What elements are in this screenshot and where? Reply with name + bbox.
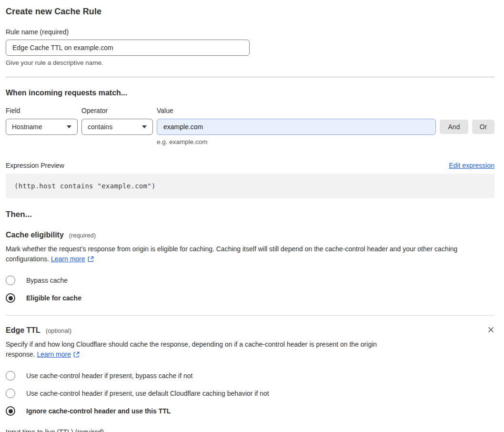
edge-ttl-description: Specify if and how long Cloudflare shoul… bbox=[6, 339, 402, 360]
matcher-heading: When incoming requests match... bbox=[6, 89, 494, 97]
radio-option-use-header-bypass[interactable]: Use cache-control header if present, byp… bbox=[6, 371, 494, 381]
radio-option-ignore-header-ttl[interactable]: Ignore cache-control header and use this… bbox=[6, 406, 494, 416]
expression-preview-row: Expression Preview Edit expression bbox=[6, 162, 494, 169]
chevron-down-icon bbox=[142, 125, 147, 128]
then-heading: Then... bbox=[6, 210, 494, 219]
radio-option-use-header-default[interactable]: Use cache-control header if present, use… bbox=[6, 389, 494, 398]
radio-icon[interactable] bbox=[6, 389, 15, 398]
value-helper: e.g. example.com bbox=[157, 138, 436, 145]
divider bbox=[6, 77, 494, 77]
radio-icon[interactable] bbox=[6, 371, 15, 381]
radio-label: Use cache-control header if present, use… bbox=[26, 390, 269, 397]
close-icon[interactable] bbox=[487, 326, 494, 334]
operator-label: Operator bbox=[81, 107, 153, 114]
edit-expression-link[interactable]: Edit expression bbox=[449, 162, 494, 169]
operator-select-value: contains bbox=[88, 123, 112, 131]
or-button[interactable]: Or bbox=[472, 120, 494, 134]
page-title: Create new Cache Rule bbox=[6, 7, 494, 17]
value-label: Value bbox=[157, 107, 436, 114]
and-button[interactable]: And bbox=[440, 120, 468, 134]
field-select[interactable]: Hostname bbox=[6, 119, 78, 135]
radio-selected-icon[interactable] bbox=[6, 406, 15, 416]
create-cache-rule-form: Create new Cache Rule Rule name (require… bbox=[6, 7, 494, 432]
expression-preview-label: Expression Preview bbox=[6, 162, 64, 169]
rule-name-helper: Give your rule a descriptive name. bbox=[6, 59, 494, 66]
radio-label: Bypass cache bbox=[26, 277, 68, 284]
radio-option-bypass-cache[interactable]: Bypass cache bbox=[6, 276, 494, 285]
external-link-icon bbox=[73, 350, 80, 360]
radio-icon[interactable] bbox=[6, 276, 15, 285]
learn-more-link[interactable]: Learn more bbox=[51, 255, 85, 263]
edge-ttl-section: Edge TTL (optional) Specify if and how l… bbox=[6, 326, 494, 432]
chevron-down-icon bbox=[67, 125, 71, 128]
cache-eligibility-heading: Cache eligibility bbox=[6, 231, 64, 239]
operator-select[interactable]: contains bbox=[81, 119, 153, 135]
ttl-label: Input time-to-live (TTL) (required) bbox=[6, 428, 494, 432]
radio-option-eligible-for-cache[interactable]: Eligible for cache bbox=[6, 293, 494, 303]
learn-more-link[interactable]: Learn more bbox=[37, 350, 71, 358]
optional-badge: (optional) bbox=[46, 327, 71, 334]
radio-selected-icon[interactable] bbox=[6, 293, 15, 303]
required-badge: (required) bbox=[69, 232, 96, 239]
value-input[interactable] bbox=[157, 119, 436, 135]
radio-label: Ignore cache-control header and use this… bbox=[26, 407, 171, 415]
divider bbox=[6, 315, 494, 316]
field-select-value: Hostname bbox=[12, 123, 42, 131]
rule-name-label: Rule name (required) bbox=[6, 28, 494, 36]
field-label: Field bbox=[6, 107, 78, 114]
rule-name-input[interactable] bbox=[6, 40, 250, 56]
radio-label: Eligible for cache bbox=[26, 294, 81, 302]
radio-label: Use cache-control header if present, byp… bbox=[26, 372, 192, 380]
edge-ttl-heading: Edge TTL bbox=[6, 326, 40, 334]
external-link-icon bbox=[88, 255, 94, 265]
matcher-row: Field Operator Value Hostname contains A… bbox=[6, 107, 494, 145]
cache-eligibility-description: Mark whether the request’s response from… bbox=[6, 244, 494, 265]
cache-eligibility-section: Cache eligibility (required) Mark whethe… bbox=[6, 231, 494, 303]
expression-preview-block: (http.host contains "example.com") bbox=[6, 174, 494, 198]
